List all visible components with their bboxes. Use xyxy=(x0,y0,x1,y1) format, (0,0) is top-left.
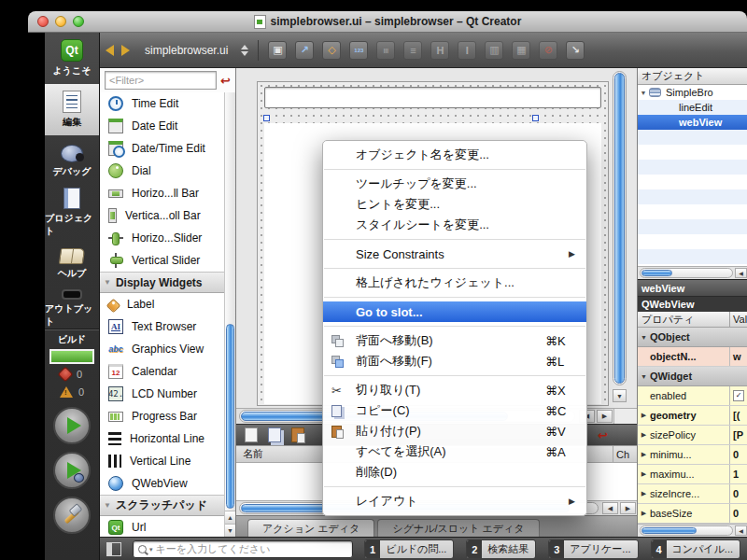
widget-item-Date-Time-Edit[interactable]: Date/Time Edit xyxy=(100,137,225,160)
mode-item-デバッグ[interactable]: デバッグ xyxy=(45,135,99,187)
menu-item--D-[interactable]: 削除(D) xyxy=(323,462,586,483)
mode-item-アウトプット[interactable]: アウトプット xyxy=(45,289,99,329)
menu-item--[interactable]: ヒントを変更... xyxy=(323,194,586,215)
canvas-vertical-scrollbar[interactable] xyxy=(613,71,627,385)
open-document-selector[interactable]: simplebrowser.ui xyxy=(145,44,228,57)
property-value[interactable]: [P xyxy=(729,426,747,444)
widget-item-Url[interactable]: QtUrl xyxy=(100,516,225,537)
scroll-down-icon[interactable]: ▼ xyxy=(613,389,627,402)
scrollbar-thumb[interactable] xyxy=(641,527,697,534)
tree-item-SimpleBro[interactable]: ▼SimpleBro xyxy=(638,85,747,100)
menu-item--B-[interactable]: 背面へ移動(B)⌘K xyxy=(323,330,586,351)
property-value[interactable]: 0 xyxy=(729,484,747,503)
widget-item-Vertical-Line[interactable]: Vertical Line xyxy=(100,450,225,472)
tab--[interactable]: シグナル/スロット エディタ xyxy=(377,519,539,537)
adjust-size-icon[interactable]: ↘ xyxy=(566,41,585,60)
layout-horizontal-splitter-icon[interactable]: H xyxy=(430,41,449,60)
menu-item--[interactable]: レイアウト▶ xyxy=(323,491,586,511)
minimize-button[interactable] xyxy=(55,16,66,27)
widget-item-Date-Edit[interactable]: Date Edit xyxy=(100,115,225,137)
mode-item-ヘルプ[interactable]: ヘルプ xyxy=(45,238,99,289)
scroll-right-icon[interactable]: ▶ xyxy=(620,502,636,514)
scroll-left-icon[interactable]: ◀ xyxy=(735,268,747,278)
widget-item-Calendar[interactable]: 12Calendar xyxy=(100,360,225,383)
layout-horizontally-icon[interactable]: ||| xyxy=(376,41,395,60)
edit-tab-order-icon[interactable]: 123 xyxy=(349,41,368,60)
layout-grid-icon[interactable]: ▦ xyxy=(512,41,530,60)
widget-item-Vertica-oll-Bar[interactable]: Vertica...oll Bar xyxy=(100,204,225,227)
warning-count[interactable]: 0 xyxy=(60,384,84,399)
menu-item-Size-Constraints[interactable]: Size Constraints▶ xyxy=(323,244,586,264)
mode-item-ようこそ[interactable]: Qtようこそ xyxy=(45,33,99,84)
menu-item--[interactable]: スタイルシートを変更... xyxy=(323,215,586,235)
output-pane-button-4[interactable]: 4コンパイル... xyxy=(651,539,740,559)
build-button[interactable] xyxy=(53,497,91,534)
scroll-right-icon[interactable]: ▶ xyxy=(597,410,613,423)
chevron-right-icon[interactable]: ▶ xyxy=(638,490,650,497)
menu-item-Go-to-slot-[interactable]: Go to slot... xyxy=(323,301,586,322)
menu-item--T-[interactable]: ✂切り取り(T)⌘X xyxy=(323,380,586,400)
checked-column-header[interactable]: Ch xyxy=(613,446,637,462)
menu-item--[interactable]: ツールチップを変更... xyxy=(323,174,586,194)
property-group-QObject[interactable]: ▼QObject xyxy=(638,328,747,347)
chevron-down-icon[interactable]: ▼ xyxy=(638,334,650,341)
scrollbar-thumb[interactable] xyxy=(641,270,672,276)
property-value[interactable]: 0 xyxy=(729,504,747,523)
chevron-down-icon[interactable]: ▼ xyxy=(638,90,649,96)
scrollbar-thumb[interactable] xyxy=(614,73,625,384)
forward-icon[interactable] xyxy=(121,45,130,56)
document-stepper[interactable] xyxy=(241,45,248,56)
property-value[interactable]: [( xyxy=(729,406,747,425)
property-value[interactable]: w xyxy=(729,347,747,366)
widget-item-Label[interactable]: Label xyxy=(100,293,225,315)
widget-box-scrollbar[interactable]: ▲ ▼ xyxy=(224,92,235,537)
object-inspector-header[interactable]: オブジェクト xyxy=(638,68,747,85)
revert-icon[interactable]: ↩ xyxy=(598,429,608,441)
tree-item-webView[interactable]: webView xyxy=(638,115,747,130)
chevron-right-icon[interactable]: ▶ xyxy=(638,431,650,439)
widget-item-Horizo-ll-Bar[interactable]: Horizo...ll Bar xyxy=(100,182,225,204)
widget-item-Progress-Bar[interactable]: Progress Bar xyxy=(100,405,225,427)
chevron-down-icon[interactable]: ▼ xyxy=(638,373,650,380)
debug-run-button[interactable] xyxy=(53,452,91,489)
widget-item-QWebView[interactable]: QWebView xyxy=(100,472,225,495)
output-pane-button-3[interactable]: 3アプリケー... xyxy=(548,539,638,559)
widget-item-Text-Browser[interactable]: AIText Browser xyxy=(100,315,225,338)
menu-item--C-[interactable]: コピー(C)⌘C xyxy=(323,400,586,421)
zoom-button[interactable] xyxy=(73,16,84,27)
chevron-right-icon[interactable]: ▶ xyxy=(638,412,650,419)
widget-item-Horizo-Slider[interactable]: Horizo...Slider xyxy=(100,227,225,249)
property-row-sizeIncre[interactable]: ▶sizeIncre...0 xyxy=(638,484,747,504)
scroll-up-icon[interactable]: ▲ xyxy=(225,511,235,524)
property-row-sizePolicy[interactable]: ▶sizePolicy[P xyxy=(638,426,747,445)
property-value[interactable]: 0 xyxy=(729,445,747,464)
widget-category-スクラッチパッド[interactable]: ▼スクラッチパッド xyxy=(100,495,225,516)
back-icon[interactable] xyxy=(106,45,114,56)
break-layout-icon[interactable]: ⊘ xyxy=(539,41,557,60)
layout-vertically-icon[interactable]: ≡ xyxy=(403,41,422,60)
property-row-enabled[interactable]: enabled✓ xyxy=(638,386,747,406)
property-column-header[interactable]: プロパティ xyxy=(641,313,729,327)
scratchpad-revert-icon[interactable]: ↩ xyxy=(220,75,231,87)
property-row-minimu[interactable]: ▶minimu...0 xyxy=(638,445,747,465)
menu-item--[interactable]: 格上げされたウィジェット... xyxy=(323,273,586,293)
tree-item-lineEdit[interactable]: lineEdit xyxy=(638,100,747,115)
title-bar[interactable]: simplebrowser.ui – simplebrowser – Qt Cr… xyxy=(28,11,747,33)
menu-item--[interactable]: オブジェクト名を変更... xyxy=(323,145,586,165)
widget-filter-input[interactable]: <Filter> xyxy=(105,71,217,90)
property-group-QWidget[interactable]: ▼QWidget xyxy=(638,367,747,386)
property-row-maximu[interactable]: ▶maximu...1 xyxy=(638,465,747,484)
edit-widgets-icon[interactable]: ▣ xyxy=(268,41,287,60)
property-row-baseSize[interactable]: ▶baseSize0 xyxy=(638,504,747,524)
scrollbar-thumb[interactable] xyxy=(226,324,234,509)
copy-action-icon[interactable] xyxy=(268,427,281,442)
widget-item-Horizontal-Line[interactable]: Horizontal Line xyxy=(100,427,225,450)
selection-handle[interactable] xyxy=(263,115,270,121)
paste-action-icon[interactable] xyxy=(291,427,304,442)
value-column-header[interactable]: Value xyxy=(729,312,747,327)
widget-item-Dial[interactable]: Dial xyxy=(100,160,225,182)
menu-item--P-[interactable]: 貼り付け(P)⌘V xyxy=(323,421,586,441)
run-button[interactable] xyxy=(53,407,91,444)
locator-search-input[interactable]: ▾ キーを入力してください xyxy=(133,540,353,558)
checkbox-icon[interactable]: ✓ xyxy=(733,390,744,401)
